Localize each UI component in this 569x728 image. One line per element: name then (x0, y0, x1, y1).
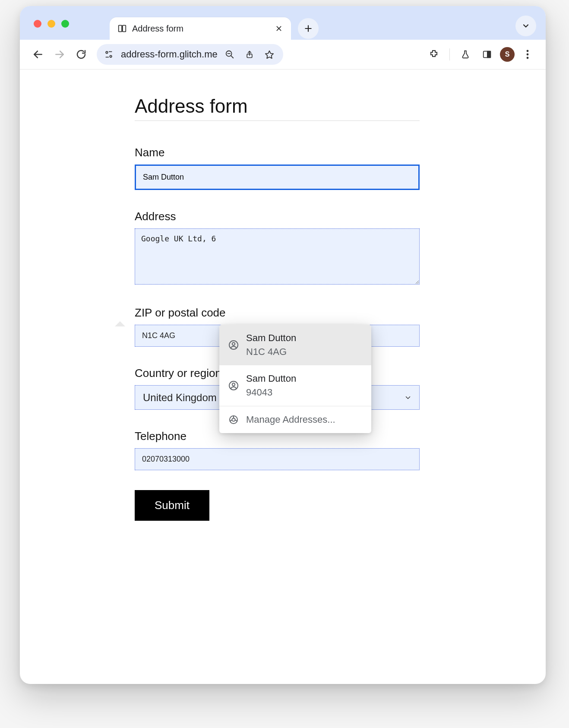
autofill-pointer (115, 321, 125, 326)
window-controls (34, 20, 69, 28)
bookmark-star-icon[interactable] (262, 47, 277, 62)
submit-button[interactable]: Submit (135, 490, 209, 521)
svg-point-17 (527, 57, 529, 59)
kebab-menu-icon[interactable] (519, 46, 536, 63)
person-icon (228, 380, 239, 391)
page-viewport: Address form Name Address ZIP or postal … (20, 70, 546, 538)
url-text: address-form.glitch.me (121, 49, 218, 60)
page-title: Address form (135, 95, 420, 117)
label-address: Address (135, 210, 420, 223)
svg-line-9 (231, 56, 233, 58)
tab-title: Address form (132, 24, 266, 34)
back-button[interactable] (29, 46, 47, 63)
address-textarea[interactable] (135, 228, 420, 285)
svg-rect-0 (119, 25, 122, 32)
window-zoom-button[interactable] (61, 20, 69, 28)
browser-tab[interactable]: Address form (110, 17, 291, 40)
window-close-button[interactable] (34, 20, 41, 28)
address-bar[interactable]: address-form.glitch.me (97, 44, 283, 65)
tab-overflow-button[interactable] (515, 16, 536, 36)
share-icon[interactable] (242, 47, 257, 62)
forward-button[interactable] (51, 46, 68, 63)
label-name: Name (135, 146, 420, 159)
autofill-popup: Sam Dutton N1C 4AG Sam Dutton 94043 (219, 325, 371, 433)
field-group-name: Name (135, 146, 420, 190)
avatar-initial: S (505, 51, 510, 58)
manage-addresses-label: Manage Addresses... (246, 414, 335, 425)
new-tab-button[interactable] (298, 18, 319, 39)
site-info-icon[interactable] (101, 47, 117, 62)
labs-icon[interactable] (457, 46, 474, 63)
autofill-subtext: 94043 (246, 387, 296, 398)
window-minimize-button[interactable] (47, 20, 55, 28)
tab-close-button[interactable] (271, 21, 287, 36)
toolbar-separator (449, 48, 450, 60)
svg-point-15 (527, 50, 529, 52)
svg-point-4 (106, 51, 107, 53)
toolbar: address-form.glitch.me (20, 40, 546, 69)
chrome-icon (228, 414, 239, 425)
person-icon (228, 339, 239, 351)
favicon-icon (117, 24, 127, 33)
svg-point-23 (232, 418, 235, 421)
side-panel-icon[interactable] (478, 46, 496, 63)
svg-rect-14 (487, 51, 490, 58)
name-input[interactable] (135, 165, 420, 190)
telephone-input[interactable] (135, 448, 420, 470)
autofill-suggestion-1[interactable]: Sam Dutton N1C 4AG (219, 325, 371, 365)
autofill-suggestion-2[interactable]: Sam Dutton 94043 (219, 365, 371, 406)
autofill-subtext: N1C 4AG (246, 346, 296, 358)
autofill-name: Sam Dutton (246, 332, 296, 344)
zoom-icon[interactable] (222, 47, 237, 62)
svg-rect-1 (123, 25, 126, 32)
tab-strip: Address form (20, 6, 546, 40)
browser-window: Address form (20, 6, 546, 684)
autofill-name: Sam Dutton (246, 373, 296, 384)
profile-avatar[interactable]: S (500, 47, 515, 62)
svg-point-16 (527, 54, 529, 56)
title-underline (135, 120, 420, 121)
label-zip: ZIP or postal code (135, 306, 420, 320)
svg-point-19 (232, 342, 235, 345)
extensions-icon[interactable] (425, 46, 443, 63)
field-group-address: Address (135, 210, 420, 286)
svg-point-5 (110, 55, 111, 57)
svg-marker-12 (266, 51, 273, 58)
field-group-tel: Telephone (135, 430, 420, 470)
reload-button[interactable] (73, 46, 90, 63)
svg-point-21 (232, 383, 235, 386)
manage-addresses-row[interactable]: Manage Addresses... (219, 406, 371, 433)
